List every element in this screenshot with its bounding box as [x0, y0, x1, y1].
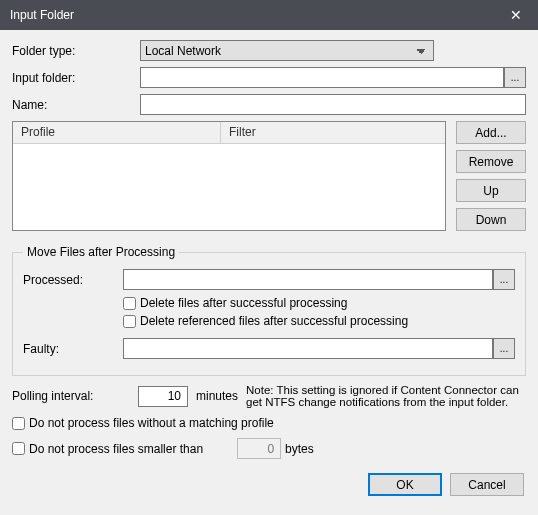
move-files-fieldset: Move Files after Processing Processed: .… [12, 245, 526, 376]
fieldset-legend: Move Files after Processing [23, 245, 179, 259]
ellipsis-icon: ... [500, 343, 508, 354]
window-title: Input Folder [10, 8, 74, 22]
name-label: Name: [12, 98, 140, 112]
minutes-label: minutes [196, 389, 238, 403]
down-button[interactable]: Down [456, 208, 526, 231]
close-button[interactable]: ✕ [494, 0, 538, 30]
polling-note: Note: This setting is ignored if Content… [246, 384, 526, 408]
ok-button[interactable]: OK [368, 473, 442, 496]
smaller-than-label: Do not process files smaller than [29, 442, 203, 456]
polling-interval-field[interactable] [138, 386, 188, 407]
input-folder-label: Input folder: [12, 71, 140, 85]
ellipsis-icon: ... [511, 72, 519, 83]
titlebar: Input Folder ✕ [0, 0, 538, 30]
faulty-label: Faulty: [23, 342, 123, 356]
up-button[interactable]: Up [456, 179, 526, 202]
min-size-field [237, 438, 281, 459]
smaller-than-checkbox[interactable] [12, 442, 25, 455]
processed-browse-button[interactable]: ... [493, 269, 515, 290]
grid-header: Profile Filter [13, 122, 445, 144]
profiles-grid[interactable]: Profile Filter [12, 121, 446, 231]
processed-field[interactable] [123, 269, 493, 290]
folder-type-select[interactable]: Local Network [140, 40, 434, 61]
ellipsis-icon: ... [500, 274, 508, 285]
input-folder-field[interactable] [140, 67, 504, 88]
close-icon: ✕ [510, 7, 522, 23]
input-folder-browse-button[interactable]: ... [504, 67, 526, 88]
no-matching-checkbox[interactable] [12, 417, 25, 430]
delete-referenced-label: Delete referenced files after successful… [140, 314, 408, 328]
grid-col-profile[interactable]: Profile [13, 122, 221, 143]
remove-button[interactable]: Remove [456, 150, 526, 173]
faulty-browse-button[interactable]: ... [493, 338, 515, 359]
polling-label: Polling interval: [12, 389, 130, 403]
delete-after-checkbox[interactable] [123, 297, 136, 310]
cancel-button[interactable]: Cancel [450, 473, 524, 496]
grid-col-filter[interactable]: Filter [221, 122, 445, 143]
add-button[interactable]: Add... [456, 121, 526, 144]
delete-after-label: Delete files after successful processing [140, 296, 347, 310]
name-field[interactable] [140, 94, 526, 115]
dialog-content: Folder type: Local Network Input folder:… [0, 30, 538, 508]
faulty-field[interactable] [123, 338, 493, 359]
processed-label: Processed: [23, 273, 123, 287]
folder-type-label: Folder type: [12, 44, 140, 58]
delete-referenced-checkbox[interactable] [123, 315, 136, 328]
bytes-label: bytes [285, 442, 314, 456]
no-matching-label: Do not process files without a matching … [29, 416, 274, 430]
